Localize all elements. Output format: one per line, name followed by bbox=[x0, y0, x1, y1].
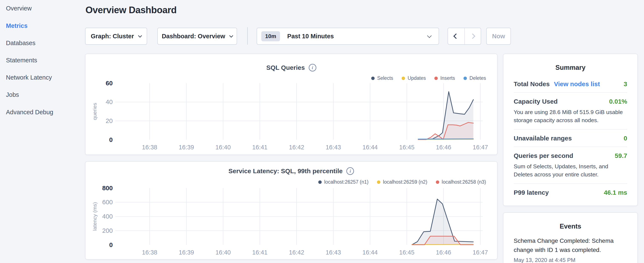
time-range-dropdown[interactable]: 10m Past 10 Minutes bbox=[256, 28, 439, 45]
summary-row-description: You are using 28.6 MiB of 515.9 GiB usab… bbox=[514, 108, 627, 124]
now-button[interactable]: Now bbox=[486, 28, 511, 45]
svg-text:0: 0 bbox=[109, 136, 113, 143]
summary-title: Summary bbox=[514, 64, 627, 72]
sidebar-item-jobs[interactable]: Jobs bbox=[6, 90, 19, 99]
svg-text:16:39: 16:39 bbox=[179, 249, 194, 256]
toolbar-divider bbox=[247, 27, 248, 45]
time-step-back-button[interactable] bbox=[448, 28, 464, 44]
summary-row-label: Unavailable ranges bbox=[514, 135, 572, 142]
svg-text:800: 800 bbox=[102, 184, 113, 191]
service-latency-chart-card: Service Latency: SQL, 99th percentile i … bbox=[85, 161, 498, 259]
summary-row-value: 0.01% bbox=[609, 98, 627, 105]
svg-text:20: 20 bbox=[106, 117, 113, 124]
svg-text:16:38: 16:38 bbox=[142, 144, 157, 151]
sidebar-item-overview[interactable]: Overview bbox=[6, 4, 32, 13]
sidebar-item-statements[interactable]: Statements bbox=[6, 56, 37, 65]
events-panel: Events Schema Change Completed: Schema c… bbox=[503, 212, 638, 263]
svg-text:16:42: 16:42 bbox=[289, 249, 304, 256]
time-step-forward-button[interactable] bbox=[464, 28, 481, 44]
svg-text:16:41: 16:41 bbox=[252, 144, 268, 151]
summary-row-total-nodes: Total Nodes View nodes list 3 bbox=[514, 75, 627, 93]
time-range-label: Past 10 Minutes bbox=[287, 33, 334, 40]
svg-text:16:43: 16:43 bbox=[326, 249, 341, 256]
summary-row-unavailable-ranges: Unavailable ranges 0 bbox=[514, 130, 627, 147]
sidebar-item-network-latency[interactable]: Network Latency bbox=[6, 73, 52, 82]
page-title: Overview Dashboard bbox=[86, 5, 177, 15]
svg-text:16:47: 16:47 bbox=[473, 249, 488, 256]
svg-text:latency (ms): latency (ms) bbox=[92, 202, 98, 231]
summary-row-value: 46.1 ms bbox=[604, 189, 627, 196]
dashboard-dropdown[interactable]: Dashboard: Overview bbox=[157, 28, 237, 45]
sidebar: Overview Metrics Databases Statements Ne… bbox=[0, 0, 83, 263]
sidebar-item-metrics[interactable]: Metrics bbox=[6, 21, 28, 30]
time-range-badge: 10m bbox=[261, 31, 280, 41]
svg-text:16:41: 16:41 bbox=[252, 249, 268, 256]
svg-text:16:38: 16:38 bbox=[142, 249, 157, 256]
sql-queries-chart-card: SQL Queries i SelectsUpdatesInsertsDelet… bbox=[85, 54, 498, 155]
summary-row-queries-per-second: Queries per second 59.7 Sum of Selects, … bbox=[514, 147, 627, 184]
service-latency-chart[interactable]: 16:3816:3916:4016:4116:4216:4316:4416:45… bbox=[86, 162, 497, 259]
event-list-item[interactable]: Schema Change Completed: Schema change w… bbox=[514, 236, 627, 263]
summary-row-label: Total Nodes bbox=[514, 80, 550, 88]
sidebar-item-advanced-debug[interactable]: Advanced Debug bbox=[6, 108, 53, 117]
svg-text:60: 60 bbox=[106, 80, 113, 87]
now-button-label: Now bbox=[492, 33, 505, 40]
chevron-right-icon bbox=[470, 34, 476, 39]
summary-row-value: 3 bbox=[624, 80, 627, 88]
svg-text:16:47: 16:47 bbox=[473, 144, 488, 151]
graph-scope-label: Graph: Cluster bbox=[91, 33, 134, 40]
svg-text:16:44: 16:44 bbox=[362, 144, 378, 151]
summary-row-label: Queries per second bbox=[514, 152, 573, 159]
summary-row-capacity-used: Capacity Used 0.01% You are using 28.6 M… bbox=[514, 93, 627, 130]
summary-panel: Summary Total Nodes View nodes list 3 Ca… bbox=[503, 54, 638, 206]
graph-scope-dropdown[interactable]: Graph: Cluster bbox=[85, 28, 147, 45]
summary-row-value: 0 bbox=[624, 135, 627, 142]
svg-text:queries: queries bbox=[92, 103, 98, 120]
summary-row-label: P99 latency bbox=[514, 189, 549, 196]
chevron-left-icon bbox=[454, 34, 459, 39]
svg-text:16:43: 16:43 bbox=[326, 144, 341, 151]
svg-text:16:40: 16:40 bbox=[216, 144, 231, 151]
chevron-down-icon bbox=[138, 34, 142, 38]
svg-text:16:46: 16:46 bbox=[436, 249, 451, 256]
summary-row-label: Capacity Used bbox=[514, 98, 558, 105]
svg-text:400: 400 bbox=[102, 213, 113, 220]
svg-text:200: 200 bbox=[102, 227, 113, 234]
chevron-down-icon bbox=[427, 34, 432, 38]
event-text: Schema Change Completed: Schema change w… bbox=[514, 236, 627, 255]
summary-row-description: Sum of Selects, Updates, Inserts, and De… bbox=[514, 162, 627, 179]
event-timestamp: May 13, 2020 at 4:45 PM bbox=[514, 257, 627, 263]
view-nodes-list-link[interactable]: View nodes list bbox=[554, 80, 600, 88]
svg-text:0: 0 bbox=[109, 241, 113, 248]
sql-queries-chart[interactable]: 16:3816:3916:4016:4116:4216:4316:4416:45… bbox=[86, 54, 497, 154]
svg-text:16:42: 16:42 bbox=[289, 144, 304, 151]
sidebar-item-databases[interactable]: Databases bbox=[6, 39, 36, 48]
svg-text:16:44: 16:44 bbox=[362, 249, 378, 256]
summary-row-p99-latency: P99 latency 46.1 ms bbox=[514, 184, 627, 201]
events-title: Events bbox=[514, 222, 627, 230]
svg-text:16:46: 16:46 bbox=[436, 144, 451, 151]
chevron-down-icon bbox=[229, 34, 233, 38]
svg-text:40: 40 bbox=[106, 98, 113, 105]
svg-text:16:40: 16:40 bbox=[216, 249, 231, 256]
summary-row-value: 59.7 bbox=[615, 152, 627, 159]
svg-text:16:45: 16:45 bbox=[399, 144, 414, 151]
svg-text:16:39: 16:39 bbox=[179, 144, 194, 151]
svg-text:600: 600 bbox=[102, 198, 113, 205]
time-step-group bbox=[448, 28, 481, 45]
dashboard-label: Dashboard: Overview bbox=[162, 33, 225, 40]
svg-text:16:45: 16:45 bbox=[399, 249, 414, 256]
